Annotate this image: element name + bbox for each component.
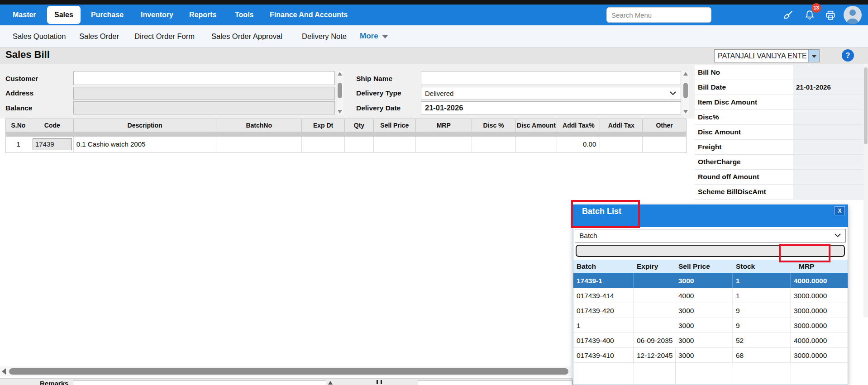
scroll-down-arrow-icon[interactable] <box>683 110 688 114</box>
batch-col-header-expiry[interactable]: Expiry <box>634 260 675 273</box>
item-addl-tax-pct-cell[interactable]: 0.00 <box>557 137 600 152</box>
nav-item-tools[interactable]: Tools <box>235 5 253 25</box>
batch-row[interactable]: 1 3000 9 3000.0000 <box>573 318 848 333</box>
scroll-up-arrow-icon[interactable] <box>683 72 688 76</box>
item-mrp-cell[interactable] <box>416 137 472 152</box>
scroll-down-arrow-icon[interactable] <box>338 110 342 114</box>
company-selector[interactable]: PATANJALI VANIJYA ENTERI <box>714 49 820 62</box>
col-header-description[interactable]: Description <box>74 119 217 132</box>
other-charge-value[interactable] <box>793 155 863 169</box>
grid-line <box>675 349 676 385</box>
nav-item-inventory[interactable]: Inventory <box>141 5 173 25</box>
ship-name-field[interactable] <box>421 71 681 85</box>
company-selector-arrow[interactable] <box>808 50 819 62</box>
sales-subnav: Sales Quotation Sales Order Direct Order… <box>0 25 868 48</box>
nav-item-reports[interactable]: Reports <box>189 5 216 25</box>
col-header-exp-dt[interactable]: Exp Dt <box>302 119 345 132</box>
delivery-date-field[interactable]: 21-01-2026 <box>421 101 681 114</box>
secondary-bottom-field[interactable] <box>418 380 572 385</box>
col-header-disc-amount[interactable]: Disc Amount <box>516 119 558 132</box>
scrollbar-thumb[interactable] <box>864 67 868 144</box>
item-description-cell[interactable]: 0.1 Cashio watch 2005 <box>74 137 217 152</box>
scrollbar-thumb[interactable] <box>338 83 342 98</box>
disc-pct-value[interactable] <box>793 110 863 124</box>
mrp-cell: 4000.0000 <box>791 333 848 347</box>
col-header-sno[interactable]: S.No <box>6 119 31 132</box>
freight-label: Freight <box>695 140 793 154</box>
batch-filter-select[interactable]: Batch <box>575 229 846 242</box>
nav-item-sales[interactable]: Sales <box>47 6 81 24</box>
delivery-type-select[interactable]: Delivered <box>421 87 681 100</box>
remarks-field[interactable] <box>73 380 326 385</box>
close-button[interactable]: X <box>835 206 845 215</box>
ship-panel-scrollbar[interactable] <box>682 71 689 114</box>
scroll-up-arrow-icon[interactable] <box>328 381 333 385</box>
item-addl-tax-cell[interactable] <box>600 137 643 152</box>
customer-panel-scrollbar[interactable] <box>337 71 343 114</box>
col-header-addl-tax[interactable]: Addl Tax <box>600 119 643 132</box>
batch-row[interactable]: 017439-420 3000 9 3000.0000 <box>573 303 848 318</box>
bill-date-value[interactable]: 21-01-2026 <box>793 80 863 95</box>
item-other-cell[interactable] <box>643 137 686 152</box>
subnav-sales-order-approval[interactable]: Sales Order Approval <box>211 25 282 47</box>
item-exp-dt-cell[interactable] <box>302 137 345 152</box>
subnav-more-menu[interactable]: More <box>360 25 388 47</box>
batch-row[interactable]: 017439-410 12-12-2045 3000 68 3000.0000 <box>573 348 848 363</box>
col-header-addl-tax-pct[interactable]: Addl Tax% <box>557 119 600 132</box>
col-header-sell-price[interactable]: Sell Price <box>374 119 416 132</box>
batch-row[interactable]: 017439-400 06-09-2035 3000 52 4000.0000 <box>573 333 848 348</box>
nav-item-master[interactable]: Master <box>13 5 36 25</box>
item-batchno-cell[interactable] <box>216 137 302 152</box>
user-avatar[interactable] <box>844 6 862 24</box>
item-disc-amount-value[interactable] <box>793 95 863 109</box>
scrollbar-thumb[interactable] <box>683 83 688 98</box>
disc-amount-value[interactable] <box>793 125 863 139</box>
item-qty-cell[interactable] <box>345 137 374 152</box>
batch-row[interactable]: 017439-414 4000 1 3000.0000 <box>573 288 848 303</box>
scrollbar-thumb[interactable] <box>9 368 568 375</box>
stock-cell: 68 <box>733 348 791 362</box>
item-disc-pct-cell[interactable] <box>472 137 516 152</box>
item-disc-amount-label: Item Disc Amount <box>695 95 793 109</box>
subnav-sales-quotation[interactable]: Sales Quotation <box>13 25 66 47</box>
item-sell-price-cell[interactable] <box>374 137 416 152</box>
summary-panel-scrollbar[interactable] <box>863 64 868 317</box>
nav-item-finance-and-accounts[interactable]: Finance And Accounts <box>270 5 348 25</box>
freight-value[interactable] <box>793 140 863 154</box>
more-label: More <box>360 32 378 40</box>
col-header-qty[interactable]: Qty <box>345 119 374 132</box>
nav-item-purchase[interactable]: Purchase <box>91 5 124 25</box>
caret-down-icon <box>811 55 817 58</box>
paint-brush-icon[interactable] <box>782 10 794 21</box>
scheme-bill-disc-amt-value[interactable] <box>793 185 863 199</box>
summary-row: Round off Amount <box>695 170 863 185</box>
customer-field[interactable] <box>73 71 335 85</box>
expiry-cell <box>634 288 675 303</box>
batch-col-header-batch[interactable]: Batch <box>573 260 634 273</box>
help-button[interactable]: ? <box>842 49 854 62</box>
subnav-delivery-note[interactable]: Delivery Note <box>302 25 347 47</box>
scroll-up-arrow-icon[interactable] <box>338 72 342 76</box>
col-header-mrp[interactable]: MRP <box>416 119 472 132</box>
summary-row: Bill No <box>695 65 863 80</box>
col-header-other[interactable]: Other <box>643 119 686 132</box>
item-disc-amount-cell[interactable] <box>516 137 558 152</box>
col-header-disc-pct[interactable]: Disc % <box>472 119 516 132</box>
printer-icon[interactable] <box>825 10 836 21</box>
subnav-sales-order[interactable]: Sales Order <box>79 25 119 47</box>
col-header-batchno[interactable]: BatchNo <box>216 119 302 132</box>
item-row[interactable]: 1 17439 0.1 Cashio watch 2005 0.00 <box>5 137 687 153</box>
col-header-code[interactable]: Code <box>31 119 74 132</box>
horizontal-scrollbar[interactable] <box>0 366 571 376</box>
subnav-direct-order-form[interactable]: Direct Order Form <box>134 25 195 47</box>
search-input[interactable] <box>606 7 711 23</box>
scroll-left-arrow-icon[interactable] <box>2 368 6 375</box>
sell-price-cell: 3000 <box>675 348 733 362</box>
bill-no-value[interactable] <box>793 65 863 80</box>
batch-row-selected[interactable]: 17439-1 3000 1 4000.0000 <box>573 273 848 288</box>
item-code-input[interactable]: 17439 <box>33 138 72 150</box>
page-title: Sales Bill <box>5 49 50 61</box>
batch-col-header-sell-price[interactable]: Sell Price <box>675 260 733 273</box>
round-off-amount-value[interactable] <box>793 170 863 184</box>
batch-filter-value: Batch <box>579 232 597 239</box>
